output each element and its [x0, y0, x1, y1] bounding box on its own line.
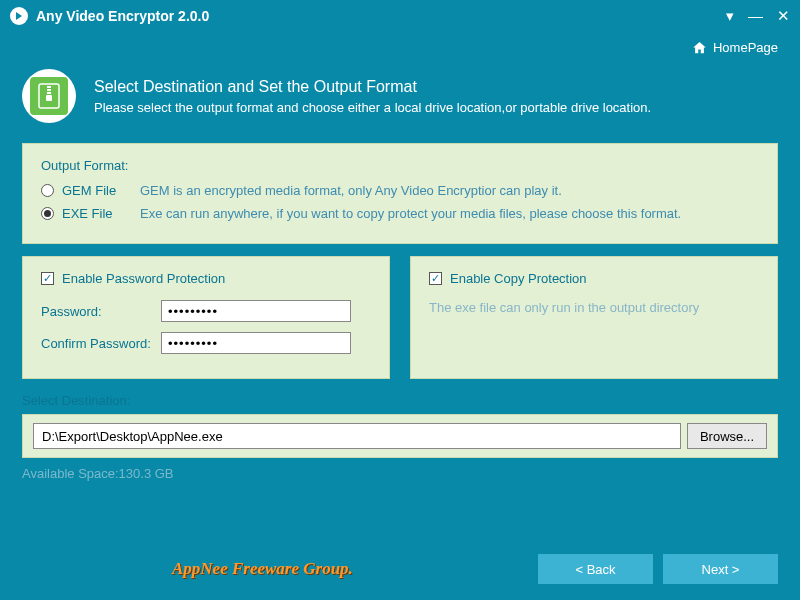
app-window: Any Video Encryptor 2.0.0 ▾ — ✕ HomePage…	[0, 0, 800, 600]
next-button[interactable]: Next >	[663, 554, 778, 584]
homepage-link[interactable]: HomePage	[0, 32, 800, 55]
checkbox-label: Enable Password Protection	[62, 271, 225, 286]
password-panel: ✓ Enable Password Protection Password: C…	[22, 256, 390, 379]
option-label: GEM File	[62, 183, 132, 198]
svg-rect-2	[47, 89, 51, 91]
confirm-password-input[interactable]	[161, 332, 351, 354]
zip-icon	[30, 77, 68, 115]
step-title: Select Destination and Set the Output Fo…	[94, 78, 651, 96]
radio-icon	[41, 207, 54, 220]
option-desc: GEM is an encrypted media format, only A…	[140, 183, 562, 198]
titlebar: Any Video Encryptor 2.0.0 ▾ — ✕	[0, 0, 800, 32]
destination-panel: Browse...	[22, 414, 778, 458]
dropdown-icon[interactable]: ▾	[726, 7, 734, 25]
radio-icon	[41, 184, 54, 197]
svg-rect-1	[47, 86, 51, 88]
radio-exe-file[interactable]: EXE File Exe can run anywhere, if you wa…	[41, 206, 759, 221]
svg-rect-3	[47, 92, 51, 94]
enable-copy-protection-checkbox[interactable]: ✓ Enable Copy Protection	[429, 271, 759, 286]
watermark: AppNee Freeware Group.	[172, 559, 353, 579]
destination-label: Select Destination:	[22, 393, 778, 408]
home-icon	[692, 40, 707, 55]
window-controls: ▾ — ✕	[726, 7, 790, 25]
confirm-password-label: Confirm Password:	[41, 336, 161, 351]
app-icon	[10, 7, 28, 25]
checkbox-icon: ✓	[41, 272, 54, 285]
checkbox-label: Enable Copy Protection	[450, 271, 587, 286]
option-label: EXE File	[62, 206, 132, 221]
back-button[interactable]: < Back	[538, 554, 653, 584]
copy-protection-panel: ✓ Enable Copy Protection The exe file ca…	[410, 256, 778, 379]
output-format-title: Output Format:	[41, 158, 759, 173]
browse-button[interactable]: Browse...	[687, 423, 767, 449]
copy-protection-desc: The exe file can only run in the output …	[429, 300, 759, 315]
password-label: Password:	[41, 304, 161, 319]
option-desc: Exe can run anywhere, if you want to cop…	[140, 206, 681, 221]
app-title: Any Video Encryptor 2.0.0	[36, 8, 209, 24]
close-icon[interactable]: ✕	[777, 7, 790, 25]
radio-gem-file[interactable]: GEM File GEM is an encrypted media forma…	[41, 183, 759, 198]
destination-input[interactable]	[33, 423, 681, 449]
step-icon	[22, 69, 76, 123]
minimize-icon[interactable]: —	[748, 7, 763, 25]
svg-rect-4	[46, 95, 52, 101]
enable-password-checkbox[interactable]: ✓ Enable Password Protection	[41, 271, 371, 286]
step-header: Select Destination and Set the Output Fo…	[0, 55, 800, 143]
step-subtitle: Please select the output format and choo…	[94, 100, 651, 115]
checkbox-icon: ✓	[429, 272, 442, 285]
password-input[interactable]	[161, 300, 351, 322]
output-format-panel: Output Format: GEM File GEM is an encryp…	[22, 143, 778, 244]
homepage-label: HomePage	[713, 40, 778, 55]
available-space: Available Space:130.3 GB	[22, 466, 778, 481]
